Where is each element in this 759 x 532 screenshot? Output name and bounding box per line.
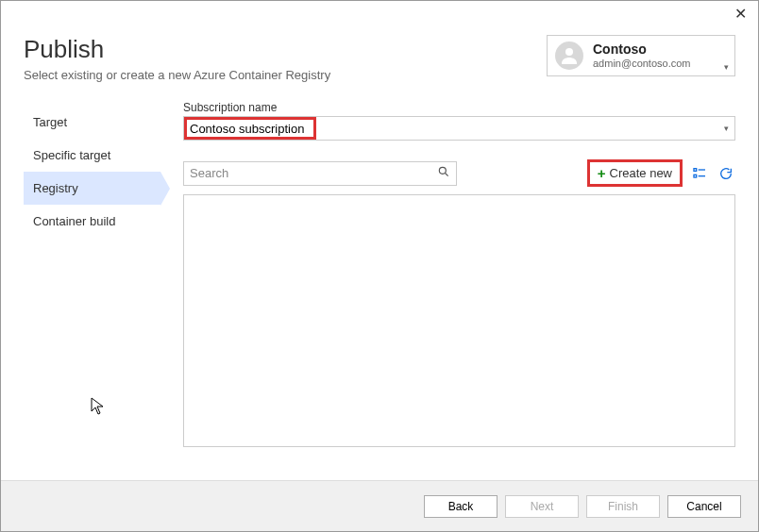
search-icon	[437, 165, 450, 181]
sidebar-item-registry[interactable]: Registry	[24, 172, 160, 205]
sidebar-item-target[interactable]: Target	[24, 106, 160, 139]
subscription-dropdown[interactable]: Contoso subscription ▾	[183, 116, 735, 141]
next-button: Next	[505, 495, 579, 518]
wizard-steps-sidebar: Target Specific target Registry Containe…	[24, 101, 160, 447]
avatar-icon	[555, 42, 583, 70]
registry-list[interactable]	[183, 194, 735, 447]
chevron-down-icon: ▾	[724, 124, 729, 133]
cancel-button[interactable]: Cancel	[667, 495, 741, 518]
svg-rect-5	[694, 175, 697, 177]
close-button[interactable]: ✕	[729, 3, 752, 25]
search-input[interactable]: Search	[183, 161, 457, 186]
svg-point-1	[439, 167, 446, 174]
create-new-label: Create new	[610, 166, 672, 180]
finish-button: Finish	[586, 495, 660, 518]
plus-icon: +	[598, 165, 606, 181]
svg-line-2	[446, 174, 448, 176]
page-title: Publish	[24, 35, 330, 64]
sidebar-item-specific-target[interactable]: Specific target	[24, 139, 160, 172]
chevron-down-icon: ▾	[724, 62, 729, 72]
create-new-button[interactable]: + Create new	[587, 159, 683, 187]
subscription-label: Subscription name	[183, 101, 735, 114]
svg-point-0	[565, 48, 573, 56]
subscription-value: Contoso subscription	[190, 122, 304, 136]
view-options-icon[interactable]	[690, 164, 709, 183]
sidebar-item-container-build[interactable]: Container build	[24, 205, 160, 238]
svg-rect-3	[694, 168, 697, 171]
account-email: admin@contoso.com	[593, 58, 691, 69]
refresh-icon[interactable]	[717, 164, 735, 183]
account-name: Contoso	[593, 42, 691, 57]
back-button[interactable]: Back	[424, 495, 498, 518]
search-placeholder: Search	[190, 166, 228, 180]
page-subtitle: Select existing or create a new Azure Co…	[24, 68, 330, 82]
account-picker[interactable]: Contoso admin@contoso.com ▾	[547, 35, 735, 76]
wizard-footer: Back Next Finish Cancel	[1, 480, 758, 531]
